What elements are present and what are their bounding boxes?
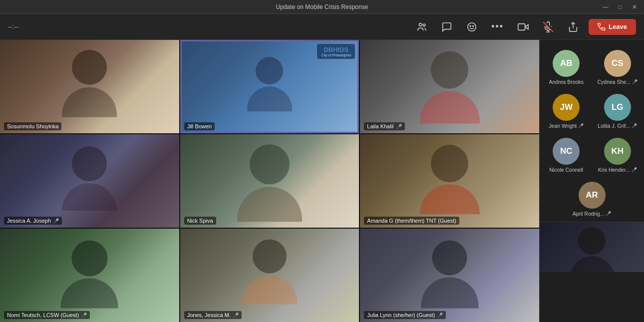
mic-off-7: 🎤 [233, 313, 239, 318]
participant-name-8: Julia Lynn (she/her) (Guest) [367, 312, 435, 318]
people-button[interactable] [412, 19, 431, 34]
leave-button[interactable]: Leave [589, 19, 636, 35]
camera-button[interactable] [514, 19, 533, 34]
bottom-participant-section [540, 222, 644, 272]
name-ab: Andrea Brooks [549, 79, 584, 85]
meeting-timer: --:-- [8, 23, 33, 30]
video-cell-2[interactable]: Laila Khalil 🎤 [360, 40, 539, 133]
svg-point-4 [473, 25, 474, 26]
person-2 [420, 51, 480, 124]
title-bar: Update on Mobile Crisis Response — □ ✕ [0, 0, 644, 14]
more-button[interactable]: ••• [487, 19, 508, 34]
chat-button[interactable] [437, 19, 456, 34]
participant-item-cs[interactable]: CS Cydnea She... 🎤 [593, 46, 643, 88]
video-cell-3[interactable]: Jessica A. Joseph 🎤 [0, 134, 179, 228]
name-jw: Jean Wright 🎤 [549, 123, 584, 129]
person-7 [242, 240, 297, 305]
bottom-person [570, 227, 615, 272]
name-nc: Nicole Connell [549, 167, 583, 173]
minimize-button[interactable]: — [600, 2, 612, 11]
bottom-video-cell[interactable] [540, 222, 644, 272]
share-button[interactable] [564, 19, 583, 34]
video-cell-1[interactable]: DBHIDS City of Philadelphia Jill Bowen [180, 40, 359, 133]
video-label-5: Amanda G (them/them) TNT (Guest) [364, 217, 459, 225]
participants-sidebar: AB Andrea Brooks CS Cydnea She... 🎤 JW J… [539, 40, 644, 322]
person-8 [421, 241, 478, 309]
maximize-button[interactable]: □ [616, 2, 625, 11]
react-button[interactable] [462, 19, 481, 34]
video-cell-6[interactable]: Nomi Teutsch, LCSW (Guest) 🎤 [0, 229, 179, 322]
video-label-4: Nick Spiva [184, 217, 216, 225]
mic-off-3: 🎤 [53, 218, 59, 224]
video-cell-4[interactable]: Nick Spiva [180, 134, 359, 228]
video-label-2: Laila Khalil 🎤 [364, 122, 404, 130]
video-label-0: Sosunmolu Shoyinka [4, 122, 61, 130]
mic-off-6: 🎤 [81, 313, 87, 318]
avatar-ar: AR [579, 182, 606, 209]
svg-point-0 [419, 23, 422, 26]
more-icon: ••• [491, 21, 504, 32]
video-cell-7[interactable]: Jones, Jessica M. 🎤 [180, 229, 359, 322]
person-6 [61, 241, 118, 309]
mic-button[interactable] [539, 19, 558, 34]
avatar-lg: LG [604, 94, 631, 121]
video-cell-5[interactable]: Amanda G (them/them) TNT (Guest) [360, 134, 539, 228]
svg-point-2 [468, 22, 476, 31]
svg-point-3 [470, 25, 471, 26]
participant-item-kh[interactable]: KH Kris Hender... 🎤 [593, 134, 643, 176]
video-cell-0[interactable]: Sosunmolu Shoyinka [0, 40, 179, 133]
svg-point-1 [423, 24, 426, 26]
participant-item-ar[interactable]: AR April Rodrig... 🎤 [542, 178, 642, 220]
avatar-kh: KH [604, 138, 631, 165]
name-cs: Cydnea She... 🎤 [597, 79, 638, 85]
participant-item-ab[interactable]: AB Andrea Brooks [542, 46, 591, 88]
close-button[interactable]: ✕ [629, 2, 640, 11]
mic-icon-lg: 🎤 [632, 123, 637, 128]
mic-icon-jw: 🎤 [578, 123, 584, 128]
person-1 [247, 57, 292, 111]
person-4 [237, 144, 302, 222]
svg-rect-5 [518, 23, 525, 30]
mic-icon-cs: 🎤 [632, 79, 638, 84]
participant-name-2: Laila Khalil [367, 123, 393, 129]
avatar-cs: CS [604, 50, 631, 77]
participant-item-lg[interactable]: LG Lolita J. Grif... 🎤 [593, 90, 643, 132]
person-5 [420, 145, 480, 214]
main-content: Sosunmolu Shoyinka DBHIDS City of Philad… [0, 40, 644, 322]
avatar-nc: NC [553, 138, 580, 165]
participants-grid: AB Andrea Brooks CS Cydnea She... 🎤 JW J… [540, 44, 644, 222]
phone-icon [598, 23, 606, 31]
video-cell-8[interactable]: Julia Lynn (she/her) (Guest) 🎤 [360, 229, 539, 322]
person-3 [62, 146, 117, 211]
name-lg: Lolita J. Grif... 🎤 [598, 123, 637, 129]
dbhids-overlay: DBHIDS City of Philadelphia [317, 44, 355, 59]
participant-name-1: Jill Bowen [187, 123, 212, 129]
participant-name-4: Nick Spiva [187, 218, 213, 224]
participant-name-0: Sosunmolu Shoyinka [7, 123, 58, 129]
participant-name-5: Amanda G (them/them) TNT (Guest) [367, 218, 456, 224]
mic-icon-kh: 🎤 [632, 167, 637, 172]
participant-name-3: Jessica A. Joseph [7, 218, 51, 224]
person-0 [62, 49, 117, 117]
participant-item-jw[interactable]: JW Jean Wright 🎤 [542, 90, 591, 132]
participant-name-6: Nomi Teutsch, LCSW (Guest) [7, 312, 79, 318]
participant-item-nc[interactable]: NC Nicole Connell [542, 134, 591, 176]
mic-icon-ar: 🎤 [606, 211, 611, 216]
window-controls: — □ ✕ [600, 2, 640, 11]
name-kh: Kris Hender... 🎤 [598, 167, 637, 173]
participant-name-7: Jones, Jessica M. [187, 312, 231, 318]
name-ar: April Rodrig... 🎤 [573, 211, 612, 217]
video-label-7: Jones, Jessica M. 🎤 [184, 311, 242, 319]
avatar-ab: AB [553, 50, 580, 77]
video-grid: Sosunmolu Shoyinka DBHIDS City of Philad… [0, 40, 539, 322]
window-title: Update on Mobile Crisis Response [276, 3, 368, 10]
avatar-jw: JW [553, 94, 580, 121]
video-label-1: Jill Bowen [184, 122, 215, 130]
toolbar: --:-- ••• [0, 14, 644, 40]
video-label-3: Jessica A. Joseph 🎤 [4, 217, 62, 225]
mic-off-2: 🎤 [396, 124, 402, 129]
video-label-6: Nomi Teutsch, LCSW (Guest) 🎤 [4, 311, 90, 319]
video-label-8: Julia Lynn (she/her) (Guest) 🎤 [364, 311, 446, 319]
mic-off-8: 🎤 [437, 313, 443, 318]
